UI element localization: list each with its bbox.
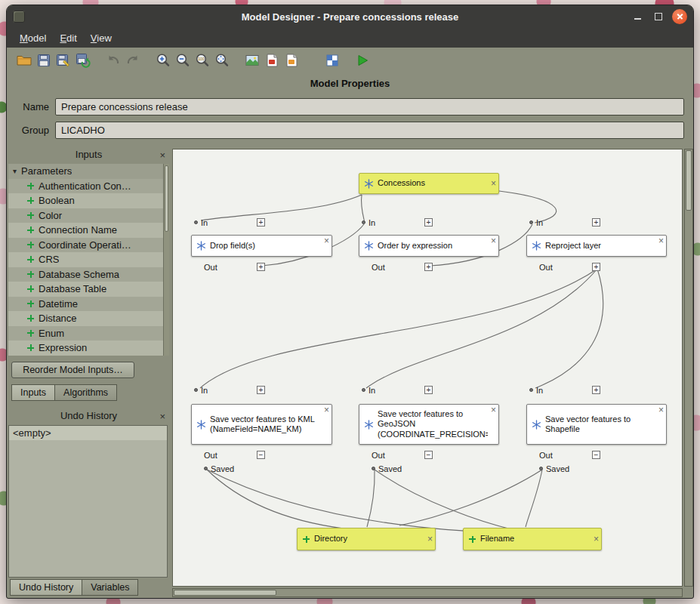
save-model-as-button[interactable] bbox=[54, 51, 73, 70]
model-canvas[interactable]: Concessions × In + In + In + Drop field(… bbox=[172, 149, 683, 587]
parameter-item[interactable]: CRS bbox=[8, 252, 169, 267]
socket-dot[interactable] bbox=[529, 220, 533, 224]
remove-node-icon[interactable]: × bbox=[427, 535, 433, 543]
export-as-script-button[interactable] bbox=[322, 51, 342, 70]
tab-variables[interactable]: Variables bbox=[82, 579, 138, 596]
expand-outputs-button[interactable]: + bbox=[424, 263, 433, 271]
menu-edit[interactable]: Edit bbox=[53, 30, 83, 46]
expand-inputs-button[interactable]: + bbox=[592, 218, 600, 226]
canvas-vertical-scrollbar-thumb[interactable] bbox=[686, 150, 692, 211]
expand-inputs-button[interactable]: + bbox=[424, 386, 433, 394]
export-as-image-button[interactable] bbox=[242, 51, 262, 70]
output-socket-row[interactable]: Out bbox=[372, 262, 385, 272]
close-undo-dock-icon[interactable]: × bbox=[159, 410, 165, 424]
input-socket-row[interactable]: In bbox=[194, 217, 208, 227]
run-model-button[interactable] bbox=[353, 51, 372, 70]
menu-view[interactable]: View bbox=[84, 30, 119, 46]
expand-inputs-button[interactable]: + bbox=[424, 218, 433, 226]
node-save-kml[interactable]: Save vector features to KML (NameField=N… bbox=[191, 404, 332, 445]
node-drop-fields[interactable]: Drop field(s) × bbox=[191, 235, 332, 257]
tree-expanded-icon[interactable]: ▾ bbox=[13, 167, 17, 175]
undo-button[interactable] bbox=[103, 51, 123, 70]
canvas-vertical-scrollbar[interactable] bbox=[684, 149, 693, 587]
undo-history-list[interactable]: <empty> bbox=[8, 425, 168, 578]
socket-dot[interactable] bbox=[194, 220, 198, 224]
node-directory[interactable]: Directory × bbox=[297, 528, 436, 550]
output-socket-row[interactable]: Out bbox=[539, 450, 553, 460]
input-socket-row[interactable]: In bbox=[362, 217, 375, 227]
socket-dot[interactable] bbox=[529, 388, 533, 392]
parameter-item[interactable]: Coordinate Operati… bbox=[8, 238, 169, 253]
zoom-full-button[interactable] bbox=[212, 51, 232, 70]
close-button[interactable] bbox=[672, 9, 687, 24]
socket-dot[interactable] bbox=[362, 388, 365, 392]
tab-undo-history[interactable]: Undo History bbox=[10, 579, 82, 596]
parameter-item[interactable]: Expression bbox=[8, 341, 169, 356]
zoom-in-button[interactable] bbox=[153, 51, 173, 70]
export-as-svg-button[interactable] bbox=[282, 51, 301, 70]
minimize-button[interactable] bbox=[630, 9, 645, 24]
socket-dot[interactable] bbox=[194, 388, 198, 392]
remove-node-icon[interactable]: × bbox=[491, 406, 496, 414]
node-concessions[interactable]: Concessions × bbox=[359, 173, 499, 194]
expand-outputs-button[interactable]: + bbox=[592, 263, 600, 271]
remove-node-icon[interactable]: × bbox=[491, 180, 496, 187]
tab-algorithms[interactable]: Algorithms bbox=[55, 384, 117, 401]
zoom-out-button[interactable] bbox=[173, 51, 193, 70]
canvas-horizontal-scrollbar-thumb[interactable] bbox=[174, 590, 276, 596]
parameter-item[interactable]: Database Table bbox=[8, 282, 169, 297]
node-order-by-expression[interactable]: Order by expression × bbox=[359, 235, 499, 257]
parameter-item[interactable]: Datetime bbox=[8, 297, 169, 312]
output-socket-row[interactable]: Out bbox=[204, 262, 217, 272]
saved-output-row[interactable]: Saved bbox=[372, 464, 402, 473]
reorder-model-inputs-button[interactable]: Reorder Model Inputs… bbox=[11, 362, 134, 378]
collapse-outputs-button[interactable]: − bbox=[592, 451, 600, 459]
socket-dot[interactable] bbox=[539, 467, 543, 470]
node-save-shapefile[interactable]: Save vector features to Shapefile × bbox=[526, 404, 667, 445]
collapse-outputs-button[interactable]: − bbox=[424, 451, 433, 459]
input-socket-row[interactable]: In bbox=[362, 385, 375, 395]
save-model-button[interactable] bbox=[34, 51, 54, 70]
save-model-in-project-button[interactable] bbox=[73, 51, 93, 70]
menu-model[interactable]: Model bbox=[13, 30, 53, 46]
input-socket-row[interactable]: In bbox=[529, 217, 543, 227]
socket-dot[interactable] bbox=[372, 467, 375, 470]
collapse-outputs-button[interactable]: − bbox=[257, 451, 265, 459]
parameter-item[interactable]: Authentication Con… bbox=[8, 179, 169, 194]
parameter-item[interactable]: Boolean bbox=[8, 193, 169, 208]
socket-dot[interactable] bbox=[362, 220, 365, 224]
input-socket-row[interactable]: In bbox=[529, 385, 543, 395]
input-socket-row[interactable]: In bbox=[194, 385, 208, 395]
output-socket-row[interactable]: Out bbox=[539, 262, 553, 272]
remove-node-icon[interactable]: × bbox=[324, 237, 329, 245]
parameter-item[interactable]: Enum bbox=[8, 326, 169, 341]
close-inputs-dock-icon[interactable]: × bbox=[159, 149, 165, 162]
node-reproject-layer[interactable]: Reproject layer × bbox=[526, 235, 667, 257]
saved-output-row[interactable]: Saved bbox=[539, 464, 569, 473]
canvas-horizontal-scrollbar[interactable] bbox=[172, 588, 683, 597]
socket-dot[interactable] bbox=[204, 467, 208, 470]
tree-root-parameters[interactable]: ▾ Parameters bbox=[8, 164, 169, 179]
expand-inputs-button[interactable]: + bbox=[257, 218, 265, 226]
node-save-geojson[interactable]: Save vector features to GeoJSON (COORDIN… bbox=[359, 404, 499, 445]
parameter-item[interactable]: Distance bbox=[8, 311, 169, 326]
output-socket-row[interactable]: Out bbox=[372, 450, 385, 460]
redo-button[interactable] bbox=[123, 51, 143, 70]
expand-outputs-button[interactable]: + bbox=[257, 263, 265, 271]
saved-output-row[interactable]: Saved bbox=[204, 464, 234, 473]
parameter-item[interactable]: Color bbox=[8, 208, 169, 223]
remove-node-icon[interactable]: × bbox=[324, 406, 329, 414]
open-model-button[interactable] bbox=[14, 51, 34, 70]
tree-scrollbar[interactable] bbox=[163, 164, 169, 356]
parameter-item[interactable]: Connection Name bbox=[8, 223, 169, 238]
node-filename[interactable]: Filename × bbox=[463, 528, 602, 550]
model-group-input[interactable] bbox=[55, 122, 684, 139]
remove-node-icon[interactable]: × bbox=[491, 237, 496, 245]
tree-scrollbar-thumb[interactable] bbox=[165, 165, 168, 232]
model-name-input[interactable] bbox=[55, 98, 684, 116]
maximize-button[interactable] bbox=[651, 9, 666, 24]
parameter-item[interactable]: Database Schema bbox=[8, 267, 169, 282]
expand-inputs-button[interactable]: + bbox=[257, 386, 265, 394]
output-socket-row[interactable]: Out bbox=[204, 450, 217, 460]
titlebar[interactable]: Model Designer - Prepare concessions rel… bbox=[7, 5, 693, 28]
